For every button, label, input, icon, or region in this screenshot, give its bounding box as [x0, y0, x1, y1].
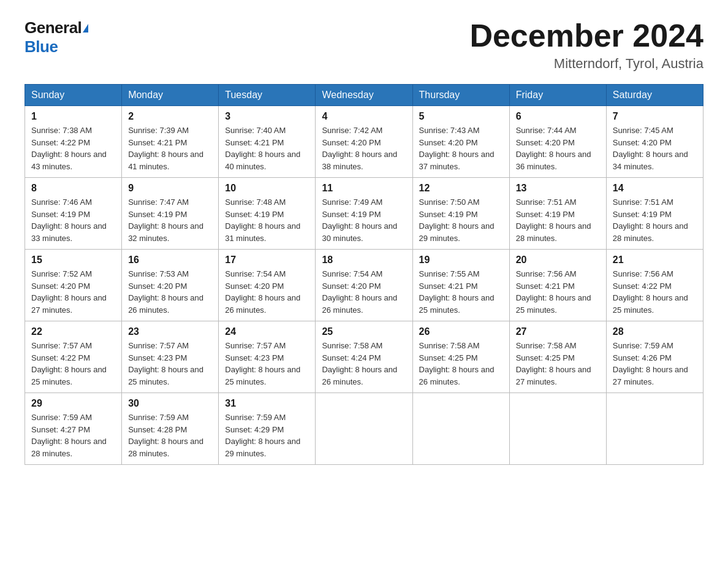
day-cell-25: 25 Sunrise: 7:58 AMSunset: 4:24 PMDaylig…	[316, 321, 412, 393]
day-cell-31: 31 Sunrise: 7:59 AMSunset: 4:29 PMDaylig…	[219, 393, 316, 465]
day-cell-1: 1 Sunrise: 7:38 AMSunset: 4:22 PMDayligh…	[25, 106, 122, 178]
empty-cell	[509, 393, 606, 465]
day-header-sunday: Sunday	[25, 85, 122, 106]
day-info: Sunrise: 7:58 AMSunset: 4:25 PMDaylight:…	[516, 341, 591, 386]
day-cell-26: 26 Sunrise: 7:58 AMSunset: 4:25 PMDaylig…	[412, 321, 509, 393]
page-header: General Blue December 2024 Mitterndorf, …	[25, 18, 703, 72]
day-info: Sunrise: 7:57 AMSunset: 4:23 PMDaylight:…	[128, 341, 203, 386]
day-cell-19: 19 Sunrise: 7:55 AMSunset: 4:21 PMDaylig…	[412, 250, 509, 321]
day-cell-3: 3 Sunrise: 7:40 AMSunset: 4:21 PMDayligh…	[219, 106, 316, 178]
day-number: 27	[516, 326, 600, 337]
day-number: 6	[516, 111, 600, 122]
day-number: 2	[128, 111, 212, 122]
location-title: Mitterndorf, Tyrol, Austria	[469, 56, 703, 72]
day-number: 15	[31, 255, 115, 266]
day-number: 3	[225, 111, 309, 122]
day-number: 7	[613, 111, 697, 122]
day-cell-24: 24 Sunrise: 7:57 AMSunset: 4:23 PMDaylig…	[219, 321, 316, 393]
logo-blue-text: Blue	[25, 37, 58, 56]
day-info: Sunrise: 7:53 AMSunset: 4:20 PMDaylight:…	[128, 269, 203, 315]
day-cell-10: 10 Sunrise: 7:48 AMSunset: 4:19 PMDaylig…	[219, 178, 316, 250]
day-cell-15: 15 Sunrise: 7:52 AMSunset: 4:20 PMDaylig…	[25, 250, 122, 321]
day-cell-6: 6 Sunrise: 7:44 AMSunset: 4:20 PMDayligh…	[509, 106, 606, 178]
day-info: Sunrise: 7:38 AMSunset: 4:22 PMDaylight:…	[31, 126, 107, 171]
day-info: Sunrise: 7:42 AMSunset: 4:20 PMDaylight:…	[322, 126, 397, 171]
day-info: Sunrise: 7:56 AMSunset: 4:21 PMDaylight:…	[516, 269, 591, 315]
day-number: 4	[322, 111, 406, 122]
logo-general-text: General	[25, 18, 82, 37]
day-info: Sunrise: 7:48 AMSunset: 4:19 PMDaylight:…	[225, 197, 300, 243]
day-info: Sunrise: 7:57 AMSunset: 4:23 PMDaylight:…	[225, 341, 300, 386]
week-row-4: 22 Sunrise: 7:57 AMSunset: 4:22 PMDaylig…	[25, 321, 703, 393]
day-info: Sunrise: 7:40 AMSunset: 4:21 PMDaylight:…	[225, 126, 300, 171]
day-number: 26	[419, 326, 503, 337]
day-cell-14: 14 Sunrise: 7:51 AMSunset: 4:19 PMDaylig…	[606, 178, 703, 250]
day-number: 24	[225, 326, 309, 337]
day-info: Sunrise: 7:59 AMSunset: 4:28 PMDaylight:…	[128, 413, 203, 458]
day-cell-12: 12 Sunrise: 7:50 AMSunset: 4:19 PMDaylig…	[412, 178, 509, 250]
day-number: 16	[128, 255, 212, 266]
days-header-row: SundayMondayTuesdayWednesdayThursdayFrid…	[25, 85, 703, 106]
day-info: Sunrise: 7:50 AMSunset: 4:19 PMDaylight:…	[419, 197, 495, 243]
week-row-2: 8 Sunrise: 7:46 AMSunset: 4:19 PMDayligh…	[25, 178, 703, 250]
day-info: Sunrise: 7:59 AMSunset: 4:26 PMDaylight:…	[613, 341, 688, 386]
day-number: 5	[419, 111, 503, 122]
day-cell-23: 23 Sunrise: 7:57 AMSunset: 4:23 PMDaylig…	[122, 321, 219, 393]
day-number: 13	[516, 183, 600, 194]
day-info: Sunrise: 7:59 AMSunset: 4:27 PMDaylight:…	[31, 413, 107, 458]
day-cell-4: 4 Sunrise: 7:42 AMSunset: 4:20 PMDayligh…	[316, 106, 412, 178]
day-info: Sunrise: 7:56 AMSunset: 4:22 PMDaylight:…	[613, 269, 688, 315]
day-info: Sunrise: 7:57 AMSunset: 4:22 PMDaylight:…	[31, 341, 107, 386]
day-info: Sunrise: 7:55 AMSunset: 4:21 PMDaylight:…	[419, 269, 495, 315]
day-cell-7: 7 Sunrise: 7:45 AMSunset: 4:20 PMDayligh…	[606, 106, 703, 178]
day-number: 31	[225, 398, 309, 409]
day-number: 28	[613, 326, 697, 337]
day-info: Sunrise: 7:52 AMSunset: 4:20 PMDaylight:…	[31, 269, 107, 315]
day-info: Sunrise: 7:59 AMSunset: 4:29 PMDaylight:…	[225, 413, 300, 458]
month-title: December 2024	[469, 18, 703, 53]
day-cell-5: 5 Sunrise: 7:43 AMSunset: 4:20 PMDayligh…	[412, 106, 509, 178]
title-section: December 2024 Mitterndorf, Tyrol, Austri…	[469, 18, 703, 72]
empty-cell	[316, 393, 412, 465]
day-number: 23	[128, 326, 212, 337]
week-row-3: 15 Sunrise: 7:52 AMSunset: 4:20 PMDaylig…	[25, 250, 703, 321]
day-number: 18	[322, 255, 406, 266]
day-number: 12	[419, 183, 503, 194]
day-info: Sunrise: 7:46 AMSunset: 4:19 PMDaylight:…	[31, 197, 107, 243]
day-info: Sunrise: 7:45 AMSunset: 4:20 PMDaylight:…	[613, 126, 688, 171]
empty-cell	[606, 393, 703, 465]
day-number: 10	[225, 183, 309, 194]
day-info: Sunrise: 7:58 AMSunset: 4:25 PMDaylight:…	[419, 341, 495, 386]
day-header-friday: Friday	[509, 85, 606, 106]
day-header-tuesday: Tuesday	[219, 85, 316, 106]
day-number: 19	[419, 255, 503, 266]
day-header-wednesday: Wednesday	[316, 85, 412, 106]
day-info: Sunrise: 7:47 AMSunset: 4:19 PMDaylight:…	[128, 197, 203, 243]
day-header-saturday: Saturday	[606, 85, 703, 106]
day-cell-27: 27 Sunrise: 7:58 AMSunset: 4:25 PMDaylig…	[509, 321, 606, 393]
week-row-1: 1 Sunrise: 7:38 AMSunset: 4:22 PMDayligh…	[25, 106, 703, 178]
day-number: 9	[128, 183, 212, 194]
day-cell-21: 21 Sunrise: 7:56 AMSunset: 4:22 PMDaylig…	[606, 250, 703, 321]
day-cell-28: 28 Sunrise: 7:59 AMSunset: 4:26 PMDaylig…	[606, 321, 703, 393]
day-cell-8: 8 Sunrise: 7:46 AMSunset: 4:19 PMDayligh…	[25, 178, 122, 250]
day-info: Sunrise: 7:51 AMSunset: 4:19 PMDaylight:…	[613, 197, 688, 243]
day-cell-16: 16 Sunrise: 7:53 AMSunset: 4:20 PMDaylig…	[122, 250, 219, 321]
day-cell-13: 13 Sunrise: 7:51 AMSunset: 4:19 PMDaylig…	[509, 178, 606, 250]
week-row-5: 29 Sunrise: 7:59 AMSunset: 4:27 PMDaylig…	[25, 393, 703, 465]
day-cell-18: 18 Sunrise: 7:54 AMSunset: 4:20 PMDaylig…	[316, 250, 412, 321]
calendar-table: SundayMondayTuesdayWednesdayThursdayFrid…	[25, 84, 703, 465]
day-header-monday: Monday	[122, 85, 219, 106]
day-cell-9: 9 Sunrise: 7:47 AMSunset: 4:19 PMDayligh…	[122, 178, 219, 250]
day-info: Sunrise: 7:49 AMSunset: 4:19 PMDaylight:…	[322, 197, 397, 243]
day-info: Sunrise: 7:43 AMSunset: 4:20 PMDaylight:…	[419, 126, 495, 171]
day-cell-2: 2 Sunrise: 7:39 AMSunset: 4:21 PMDayligh…	[122, 106, 219, 178]
day-info: Sunrise: 7:58 AMSunset: 4:24 PMDaylight:…	[322, 341, 397, 386]
empty-cell	[412, 393, 509, 465]
day-cell-17: 17 Sunrise: 7:54 AMSunset: 4:20 PMDaylig…	[219, 250, 316, 321]
day-number: 1	[31, 111, 115, 122]
day-number: 11	[322, 183, 406, 194]
day-header-thursday: Thursday	[412, 85, 509, 106]
day-info: Sunrise: 7:39 AMSunset: 4:21 PMDaylight:…	[128, 126, 203, 171]
day-number: 17	[225, 255, 309, 266]
